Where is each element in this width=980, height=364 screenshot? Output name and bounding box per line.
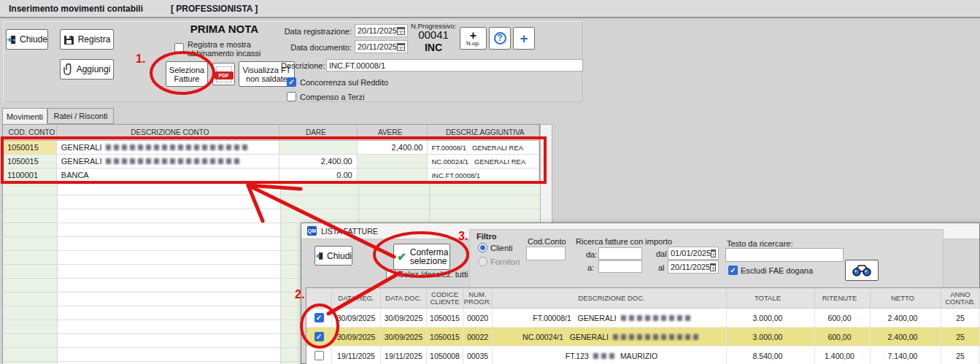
col-descrizione: DESCRIZIONE CONTO — [57, 125, 279, 140]
descrizione-text: BANCA — [61, 171, 89, 179]
descrizione-input[interactable]: INC.FT.00008/1 — [326, 59, 583, 71]
importo-da-input[interactable] — [598, 247, 642, 260]
totale-cell: 8.540,00 — [727, 346, 815, 364]
descrizione-doc-cell: NC.00024/1 GENERALI — [493, 328, 727, 346]
codice-cliente-cell: 1050015 — [427, 328, 463, 346]
calendar-icon[interactable] — [397, 27, 405, 35]
data-documento-input[interactable]: 20/11/2025 — [355, 40, 408, 53]
descrizione-doc-cell: FT.123MAURIZIO — [493, 346, 727, 364]
pdf-button[interactable]: PDF — [212, 63, 235, 85]
anno-contab-cell: 25 — [941, 309, 980, 328]
data-registrazione-value: 20/11/2025 — [358, 26, 397, 35]
window-title: Inserimento movimenti contabili — [9, 4, 143, 14]
tab-movimenti[interactable]: Movimenti — [2, 108, 47, 124]
row-checkbox[interactable] — [315, 313, 324, 322]
exit-door-icon — [315, 251, 323, 261]
cod-conto-cell: 1100001 — [3, 169, 57, 182]
importo-a-input[interactable] — [598, 260, 642, 273]
descrizione-cell: BANCA — [57, 169, 279, 182]
row-checkbox[interactable] — [315, 351, 324, 360]
help-button[interactable]: ? — [489, 27, 511, 50]
concorrenza-checkbox[interactable] — [287, 77, 296, 87]
tab-ratei-risconti[interactable]: Ratei / Risconti — [47, 108, 114, 124]
n-progressivo-value: 00041 — [411, 28, 456, 41]
table-row[interactable]: 1050015 GENERALI 2,400.00 NC.00024/1 GEN… — [3, 155, 539, 169]
da-label: da: — [586, 250, 597, 259]
clienti-radio[interactable] — [478, 243, 487, 252]
row-checkbox[interactable] — [315, 332, 324, 341]
tab-movimenti-label: Movimenti — [7, 112, 43, 121]
n-op-label: N.op. — [466, 40, 480, 47]
data-reg-cell: 30/09/2025 — [332, 328, 381, 346]
lista-fatture-dialog: QM LISTA FATTURE Chiudi ✔ Conferma selez… — [301, 222, 980, 364]
col-select — [306, 288, 332, 308]
seleziona-fatture-label: Seleziona Fatture — [168, 66, 206, 83]
chiudi-button[interactable]: Chiudi — [315, 246, 352, 266]
data-registrazione-label: Data registrazione: — [281, 27, 352, 36]
selez-tutti-checkbox[interactable] — [386, 269, 396, 279]
calendar-icon[interactable] — [397, 43, 405, 51]
calendar-icon[interactable] — [710, 263, 716, 271]
dal-date-value: 01/01/2025 — [671, 249, 711, 257]
fornitori-radio[interactable] — [478, 257, 487, 266]
al-label: al — [658, 263, 665, 272]
movements-header: COD. CONTO DESCRIZIONE CONTO DARE AVERE … — [3, 125, 539, 141]
calendar-icon[interactable] — [711, 249, 716, 257]
data-doc-cell: 30/09/2025 — [381, 328, 427, 346]
cod-conto-input[interactable] — [526, 247, 566, 260]
chiude-button[interactable]: Chiude — [6, 29, 48, 50]
chiudi-label: Chiudi — [327, 251, 352, 261]
pdf-icon: PDF — [216, 66, 232, 82]
data-documento-value: 20/11/2025 — [358, 42, 397, 51]
data-reg-cell: 19/11/2025 — [332, 346, 381, 364]
compenso-checkbox[interactable] — [287, 92, 296, 101]
ricerca-importo-label: Ricerca fatture con importo — [576, 237, 672, 246]
invoice-row-selected[interactable]: 30/09/2025 30/09/2025 1050015 00022 NC.0… — [306, 328, 980, 346]
search-button[interactable] — [845, 260, 879, 281]
testo-ricercare-input[interactable] — [725, 248, 844, 262]
conferma-label: Conferma selezione — [410, 248, 447, 266]
aggiungi-button[interactable]: Aggiungi — [60, 59, 114, 80]
avere-cell — [358, 169, 428, 182]
table-row[interactable]: 1050015 GENERALI 2,400.00 FT.00008/1 GEN… — [3, 141, 539, 155]
compenso-label: Compenso a Terzi — [300, 93, 364, 101]
num-progr-cell: 00035 — [463, 346, 493, 364]
anno-contab-cell: 25 — [941, 346, 980, 364]
table-row[interactable]: 1100001 BANCA 0.00 INC.FT.00008/1 — [3, 169, 539, 182]
app-window: Inserimento movimenti contabili [ PROFES… — [0, 0, 980, 364]
registra-label: Registra — [78, 34, 111, 44]
invoice-row[interactable]: 19/11/2025 19/11/2025 1050008 00035 FT.1… — [306, 346, 980, 364]
dare-cell: 0.00 — [279, 169, 358, 182]
redacted-text — [106, 144, 248, 150]
dare-cell: 2,400.00 — [279, 155, 358, 169]
window-titlebar: Inserimento movimenti contabili [ PROFES… — [0, 0, 980, 18]
descrizione-doc-text: FT.123 — [566, 352, 589, 360]
dare-cell — [279, 141, 358, 155]
num-progr-cell: 00020 — [463, 309, 493, 328]
registra-mostra-checkbox[interactable] — [174, 43, 184, 53]
invoice-row[interactable]: 30/09/2025 30/09/2025 1050015 00020 FT.0… — [306, 309, 980, 328]
data-registrazione-input[interactable]: 20/11/2025 — [355, 24, 408, 37]
al-date-input[interactable]: 20/11/2025 — [668, 260, 719, 274]
seleziona-fatture-button[interactable]: Seleziona Fatture — [166, 61, 208, 87]
dal-date-input[interactable]: 01/01/2025 — [668, 247, 719, 260]
n-op-button[interactable]: + N.op. — [460, 27, 487, 50]
descrizione-text: GENERALI — [61, 157, 102, 166]
redacted-text — [621, 315, 690, 321]
fornitori-label: Fornitori — [490, 257, 520, 266]
add-button[interactable]: + — [513, 27, 535, 50]
data-doc-cell: 19/11/2025 — [381, 346, 427, 364]
dal-label: dal — [656, 249, 667, 258]
n-progressivo-type: INC — [411, 42, 456, 53]
app-logo-icon: QM — [307, 226, 317, 236]
registra-button[interactable]: Registra — [60, 29, 114, 50]
descrizione-cell: GENERALI — [57, 141, 279, 155]
redacted-text — [106, 158, 241, 164]
prima-nota-title: PRIMA NOTA — [164, 23, 285, 35]
avere-cell — [358, 155, 428, 169]
escludi-fae-checkbox[interactable] — [728, 266, 738, 275]
chiude-label: Chiude — [20, 34, 47, 44]
data-documento-label: Data documento: — [281, 43, 352, 52]
col-dare: DARE — [279, 125, 358, 140]
conferma-selezione-button[interactable]: ✔ Conferma selezione — [393, 244, 450, 270]
